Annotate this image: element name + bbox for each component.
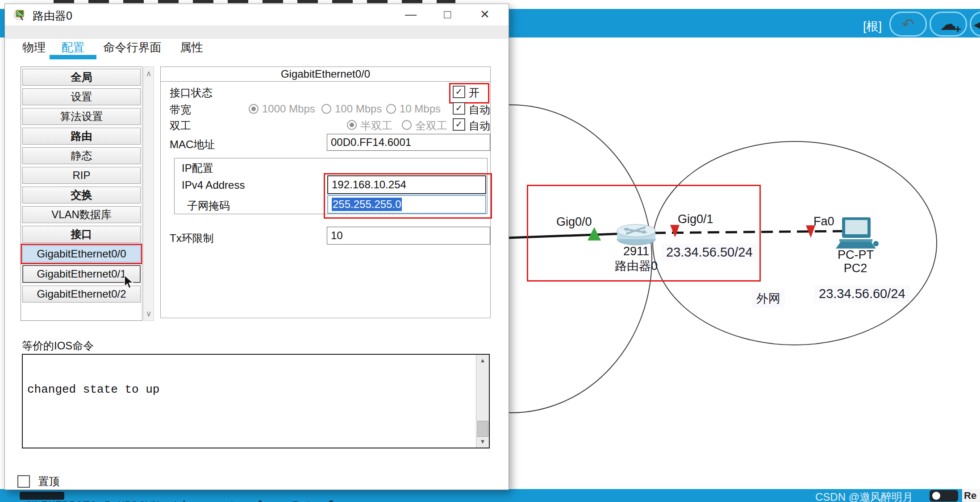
sidebar-item-static[interactable]: 静态	[22, 147, 141, 164]
sidebar-item-routing[interactable]: 路由	[22, 128, 141, 145]
screen: [根] ↶ ☁ + ◂	[0, 0, 980, 502]
ios-line: %LINEPROTO-5-UPDOWN: Line protocol on In…	[27, 500, 474, 502]
scroll-up-icon[interactable]: ∧	[144, 69, 154, 79]
close-button[interactable]: ✕	[472, 5, 498, 24]
annotation-rect-topology	[527, 185, 761, 282]
ios-commands-box[interactable]: changed state to up %LINEPROTO-5-UPDOWN:…	[22, 354, 490, 448]
cloud-name-label: 外网	[752, 289, 785, 308]
annotation-rect-ip	[324, 173, 492, 219]
sidebar-item-interface[interactable]: 接口	[22, 226, 141, 243]
radio-1000mbps-label: 1000 Mbps	[262, 103, 315, 115]
ip-config-label: IP配置	[182, 161, 213, 175]
bandwidth-label: 带宽	[170, 103, 191, 117]
router0-dialog: 路由器0 — □ ✕ 物理 配置 命令行界面 属性 全局 设置 算法设置 路由 …	[4, 4, 509, 490]
ios-line	[27, 422, 474, 435]
bandwidth-auto-check: ✓	[455, 103, 463, 113]
tab-cli[interactable]: 命令行界面	[100, 40, 165, 55]
duplex-auto-check: ✓	[455, 119, 463, 129]
pc-name-label: PC2	[838, 261, 873, 275]
tx-ring-label: Tx环限制	[170, 231, 214, 245]
duplex-label: 双工	[170, 119, 191, 133]
tab-config[interactable]: 配置	[50, 40, 96, 55]
dialog-title: 路由器0	[33, 8, 72, 23]
tab-attributes[interactable]: 属性	[176, 40, 207, 55]
player-logo	[930, 490, 958, 502]
tab-band	[5, 25, 509, 39]
maximize-button[interactable]: □	[434, 5, 460, 24]
sidebar-item-global[interactable]: 全局	[22, 69, 141, 86]
ios-line	[27, 461, 474, 474]
ios-line: changed state to up	[27, 383, 474, 396]
sidebar-item-settings[interactable]: 设置	[22, 88, 141, 105]
port-label-fa0: Fa0	[813, 215, 834, 228]
ios-scrollbar[interactable]: ▲ ▼	[476, 355, 489, 448]
sidebar-item-gig02[interactable]: GigabitEthernet0/2	[22, 286, 141, 303]
radio-10mbps-label: 10 Mbps	[400, 103, 441, 115]
ios-commands-label: 等价的IOS命令	[22, 339, 94, 353]
watermark: CSDN @邀风醉明月	[815, 490, 913, 502]
sidebar-item-gig01[interactable]: GigabitEthernet0/1	[22, 265, 141, 283]
pc-icon[interactable]	[836, 217, 879, 249]
sidebar-item-algorithm[interactable]: 算法设置	[22, 108, 141, 125]
minimize-button[interactable]: —	[398, 5, 424, 24]
tx-ring-value: 10	[331, 229, 343, 242]
panel-header: GigabitEthernet0/0	[161, 67, 490, 82]
radio-100mbps[interactable]	[321, 104, 331, 114]
mask-label: 子网掩码	[187, 199, 230, 213]
radio-half-duplex[interactable]	[347, 120, 357, 130]
duplex-auto-label: 自动	[469, 119, 490, 133]
tx-ring-input[interactable]: 10	[327, 227, 490, 245]
ontop-checkbox[interactable]	[17, 475, 30, 488]
port-status-label: 接口状态	[170, 86, 213, 100]
dialog-titlebar[interactable]: 路由器0 — □ ✕	[5, 4, 509, 25]
logo-dot	[932, 492, 940, 500]
pc-model-label: PC-PT	[838, 248, 873, 262]
sidebar-item-vlan-db[interactable]: VLAN数据库	[22, 206, 141, 223]
sidebar-item-switching[interactable]: 交换	[22, 187, 141, 203]
sidebar-scrollbar[interactable]: ∧ ∨	[143, 66, 154, 321]
radio-half-duplex-label: 半双工	[360, 119, 392, 133]
scrollbar-up-icon[interactable]: ▲	[476, 355, 489, 366]
pc-ip-label: 23.34.56.60/24	[814, 285, 910, 303]
bandwidth-auto-checkbox[interactable]: ✓	[453, 102, 465, 115]
duplex-auto-checkbox[interactable]: ✓	[453, 118, 465, 131]
scrollbar-thumb[interactable]	[477, 421, 488, 437]
bandwidth-auto-label: 自动	[469, 103, 490, 117]
ipv4-label: IPv4 Address	[182, 179, 245, 191]
mac-input[interactable]: 00D0.FF14.6001	[327, 134, 490, 151]
radio-10mbps[interactable]	[386, 104, 396, 114]
scrollbar-down-icon[interactable]: ▼	[476, 436, 489, 448]
ontop-row: 置顶	[17, 474, 59, 489]
tab-physical[interactable]: 物理	[18, 40, 50, 55]
scroll-down-icon[interactable]: ∨	[144, 309, 154, 319]
mac-value: 00D0.FF14.6001	[331, 136, 411, 149]
mouse-cursor	[124, 275, 134, 289]
ios-commands-text: changed state to up %LINEPROTO-5-UPDOWN:…	[27, 357, 474, 502]
logo-text: Re	[962, 489, 980, 502]
radio-100mbps-label: 100 Mbps	[335, 103, 382, 115]
app-icon	[13, 8, 26, 21]
sidebar-item-gig00[interactable]: GigabitEthernet0/0	[22, 245, 141, 262]
annotation-rect-port-on	[449, 83, 489, 104]
radio-full-duplex-label: 全双工	[415, 119, 447, 133]
radio-1000mbps[interactable]	[249, 104, 259, 114]
interface-panel: GigabitEthernet0/0 接口状态 ✓ 开 带宽 1000 Mbps…	[160, 66, 491, 318]
ontop-label: 置顶	[38, 475, 59, 487]
sidebar-item-rip[interactable]: RIP	[22, 167, 141, 184]
radio-full-duplex[interactable]	[402, 120, 412, 130]
mac-label: MAC地址	[170, 137, 215, 152]
